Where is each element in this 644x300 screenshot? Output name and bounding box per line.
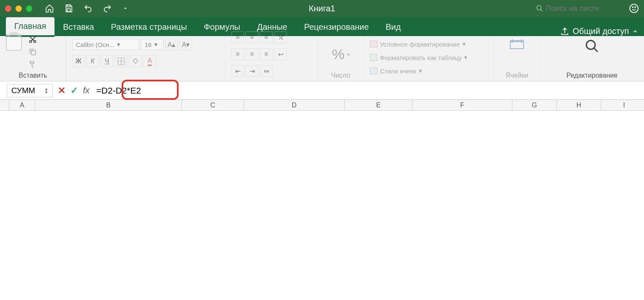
conditional-formatting-button[interactable]: Условное форматирование ▾	[370, 39, 466, 50]
ribbon-group-font: Calibri (Осн...▾ 16▾ A▴ A▾ Ж К Ч A	[66, 36, 226, 81]
column-header[interactable]: H	[557, 100, 601, 111]
tab-view[interactable]: Вид	[377, 18, 409, 36]
select-all-button[interactable]	[0, 100, 9, 111]
title-bar: Книга1	[0, 0, 644, 17]
svg-point-6	[635, 7, 636, 8]
undo-icon[interactable]	[83, 4, 93, 13]
format-painter-button[interactable]	[27, 59, 39, 70]
font-color-button[interactable]: A	[143, 55, 156, 67]
align-center-button[interactable]: ≡	[246, 48, 258, 60]
feedback-icon[interactable]	[629, 3, 639, 13]
search-icon	[536, 5, 543, 12]
wrap-text-button[interactable]: ↩	[274, 48, 287, 60]
cut-button[interactable]	[27, 34, 39, 45]
sheet-search[interactable]	[536, 4, 621, 13]
column-header[interactable]: F	[413, 100, 512, 111]
ribbon-group-editing: Редактирование	[540, 36, 644, 81]
svg-point-5	[632, 7, 633, 8]
copy-button[interactable]	[27, 47, 39, 57]
column-header[interactable]: I	[601, 100, 644, 111]
confirm-formula-button[interactable]: ✓	[70, 85, 78, 96]
font-name-combo[interactable]: Calibri (Осн...▾	[72, 39, 139, 50]
editing-label: Редактирование	[546, 70, 638, 79]
percent-icon: %	[332, 46, 344, 63]
insert-function-button[interactable]: fx	[83, 86, 90, 95]
namebox-stepper-icon[interactable]: ▲▼	[44, 87, 48, 94]
share-label: Общий доступ	[573, 26, 629, 36]
zoom-window-button[interactable]	[26, 5, 32, 12]
share-button[interactable]: Общий доступ	[560, 26, 638, 36]
collapse-ribbon-icon[interactable]	[632, 29, 638, 34]
merge-button[interactable]: ⇔	[260, 65, 273, 77]
svg-point-2	[537, 5, 541, 10]
name-box[interactable]: СУММ ▲▼	[7, 84, 53, 97]
svg-point-4	[630, 4, 638, 13]
orientation-button[interactable]: ⤭	[274, 31, 287, 43]
close-window-button[interactable]	[5, 5, 11, 12]
align-bottom-button[interactable]: ≡	[260, 31, 273, 43]
paste-button[interactable]	[6, 34, 22, 51]
italic-button[interactable]: К	[86, 55, 99, 67]
search-input[interactable]	[546, 4, 621, 13]
ribbon-group-alignment: ≡ ≡ ≡ ⤭ ≡ ≡ ≡ ↩ ⇤ ⇥ ⇔	[226, 36, 318, 81]
magnifier-icon	[584, 39, 600, 54]
ribbon-group-clipboard: Вставить	[0, 36, 66, 81]
column-header[interactable]: D	[244, 100, 345, 111]
svg-rect-0	[67, 5, 70, 7]
font-size-combo[interactable]: 16▾	[141, 39, 164, 50]
align-left-button[interactable]: ≡	[231, 48, 244, 60]
customize-qat-icon[interactable]	[122, 5, 129, 12]
save-icon[interactable]	[64, 4, 73, 13]
workbook-title: Книга1	[309, 4, 335, 13]
align-right-button[interactable]: ≡	[260, 48, 273, 60]
ribbon-tabs: Главная Вставка Разметка страницы Формул…	[0, 17, 644, 36]
redo-icon[interactable]	[103, 4, 112, 13]
cancel-formula-button[interactable]: ✕	[58, 85, 65, 96]
home-icon[interactable]	[45, 4, 54, 13]
spreadsheet-grid[interactable]: ABCDEFGHI1234567891011№НаименованиеПрода…	[0, 100, 644, 300]
window-controls	[5, 5, 32, 12]
decrease-indent-button[interactable]: ⇤	[231, 65, 244, 77]
paste-label: Вставить	[6, 70, 60, 79]
svg-line-3	[540, 9, 543, 11]
borders-button[interactable]	[115, 55, 127, 67]
ribbon-group-number: % ▾ Число	[318, 36, 364, 81]
underline-button[interactable]: Ч	[101, 55, 113, 67]
svg-rect-1	[67, 9, 70, 11]
share-icon	[560, 27, 569, 36]
number-group-label: Число	[324, 70, 358, 79]
increase-indent-button[interactable]: ⇥	[246, 65, 258, 77]
bold-button[interactable]: Ж	[72, 55, 85, 67]
fill-color-button[interactable]	[129, 55, 142, 67]
minimize-window-button[interactable]	[16, 5, 22, 12]
formula-bar: СУММ ▲▼ ✕ ✓ fx	[0, 81, 644, 100]
tab-insert[interactable]: Вставка	[55, 18, 102, 36]
format-as-table-button[interactable]: Форматировать как таблицу ▾	[370, 52, 467, 63]
svg-rect-12	[30, 62, 34, 64]
column-header[interactable]: A	[9, 100, 35, 111]
ribbon-group-cells: Ячейки	[494, 36, 540, 81]
ribbon-group-styles: Условное форматирование ▾ Форматировать …	[364, 36, 494, 81]
column-header[interactable]: B	[35, 100, 182, 111]
column-header[interactable]: G	[512, 100, 557, 111]
svg-rect-11	[31, 51, 36, 55]
formula-input[interactable]	[95, 84, 637, 97]
cells-label: Ячейки	[500, 70, 534, 79]
cell-styles-button[interactable]: Стили ячеек ▾	[370, 65, 422, 76]
tab-page-layout[interactable]: Разметка страницы	[102, 18, 195, 36]
ribbon: Вставить Calibri (Осн...▾ 16▾ A▴ A▾ Ж К …	[0, 36, 644, 81]
align-middle-button[interactable]: ≡	[246, 31, 258, 43]
editing-button[interactable]	[584, 39, 600, 54]
column-header[interactable]: C	[182, 100, 244, 111]
align-top-button[interactable]: ≡	[231, 31, 244, 43]
decrease-font-button[interactable]: A▾	[179, 39, 192, 50]
increase-font-button[interactable]: A▴	[165, 39, 178, 50]
quick-access-toolbar	[45, 4, 129, 13]
column-header[interactable]: E	[345, 100, 413, 111]
svg-point-18	[587, 41, 595, 50]
cells-button[interactable]	[509, 39, 525, 50]
svg-line-19	[594, 48, 598, 52]
paste-icon	[6, 34, 22, 51]
